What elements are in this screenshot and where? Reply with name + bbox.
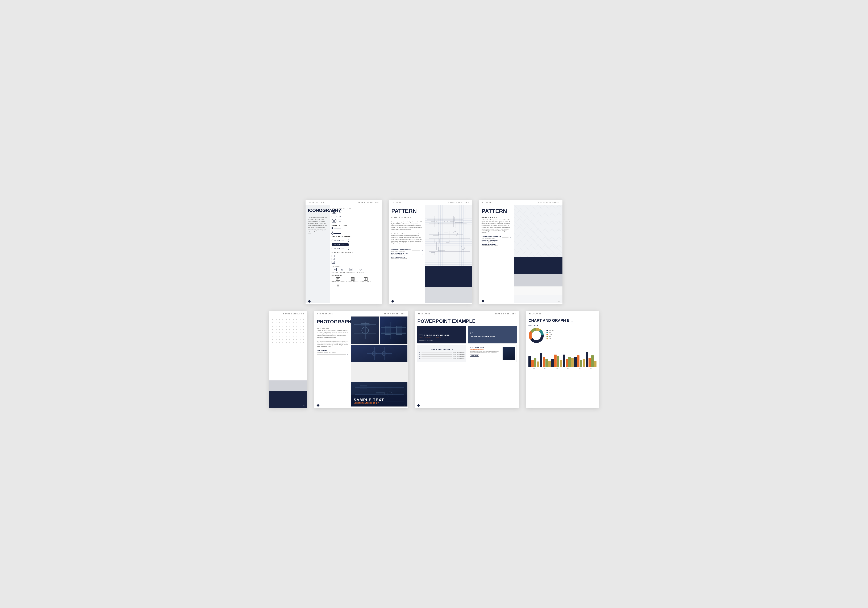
dot-57 bbox=[293, 336, 294, 336]
legend-text-5: Gold bbox=[549, 338, 551, 339]
legend-dot-4 bbox=[547, 336, 548, 337]
play-options-title: PLAY BUTTON OPTIONS bbox=[332, 252, 380, 253]
bullet-item-2 bbox=[332, 230, 380, 232]
dot-12 bbox=[276, 322, 277, 323]
color-swatch-1: OXFORD BLUE BACKGROUND White Stroke | 50… bbox=[391, 249, 423, 252]
slide-logo: C-P SYSTEMS bbox=[419, 340, 464, 341]
swatch-p2-arrow-3: → bbox=[510, 244, 512, 246]
dot-80 bbox=[303, 342, 304, 343]
pattern1-body: PATTERN SCHEMATIC DRAWING Our primary br… bbox=[389, 205, 472, 303]
pipe-svg-3 bbox=[351, 345, 408, 362]
bullet-options-title: BULLET OPTIONS bbox=[332, 224, 380, 226]
bar-1-3 bbox=[548, 361, 551, 367]
color-p2-3-sublabel: Platinum Stroke | 100% Opacity bbox=[482, 245, 498, 246]
iconography-header-left: ICONOGRAPHY bbox=[308, 202, 324, 204]
schematic-area bbox=[425, 205, 472, 266]
pharma-icon bbox=[364, 277, 367, 281]
dot-11 bbox=[272, 322, 273, 323]
play-btn-2: ⊲ bbox=[332, 258, 335, 260]
slide-grid-bottom: TABLE OF CONTENTS 01 SECTION TITLE HERE … bbox=[417, 345, 517, 362]
dot-59 bbox=[300, 336, 301, 336]
cta-btn-outline-label: BUTTON TEXT → bbox=[335, 240, 346, 241]
chart-title: CHART AND GRAPH E... bbox=[529, 319, 597, 323]
dot-62 bbox=[276, 339, 277, 340]
legend-dot-2 bbox=[547, 332, 548, 333]
schematic-svg bbox=[425, 205, 472, 266]
svg-rect-55 bbox=[514, 205, 563, 257]
schematic-body1: Our primary brand pattern is developed f… bbox=[391, 221, 423, 230]
page-num-pattern1: 11 bbox=[468, 301, 470, 302]
slide-grid-top: TITLE SLIDE HEADLINE HERE SUBHEADLINE CO… bbox=[417, 326, 517, 344]
legend-row-2: Teal bbox=[547, 332, 597, 333]
bar-2-1 bbox=[554, 355, 556, 367]
dot-46 bbox=[289, 332, 290, 333]
dot-37 bbox=[293, 329, 294, 330]
toc-line-3 bbox=[422, 356, 452, 357]
iso-grid-area bbox=[514, 205, 563, 257]
food-icon bbox=[351, 277, 355, 281]
learn-more-btn[interactable]: LEARN MORE bbox=[470, 355, 479, 357]
bottom-row: BRAND GUIDELINES 16 PHOTOGRAPHY BRAND GU… bbox=[269, 311, 599, 408]
svg-point-86 bbox=[532, 331, 541, 340]
svg-rect-22 bbox=[450, 217, 454, 221]
color-p2-1-label: OXFORD BLUE BACKGROUND bbox=[482, 236, 501, 238]
toc-item-4: SECTION TITLE HERE bbox=[453, 358, 465, 359]
dot-68 bbox=[296, 339, 297, 340]
dot-34 bbox=[282, 329, 283, 330]
legend-text-4: Olive bbox=[549, 336, 551, 337]
bar-label-0: JAN bbox=[529, 368, 539, 369]
swatch-p2-line-2 bbox=[499, 241, 508, 241]
slide-divider: 1.0. DIVIDER SLIDE TITLE HERE bbox=[468, 326, 517, 344]
svg-marker-12 bbox=[360, 269, 361, 271]
service-specialty: SPECIALTY bbox=[357, 268, 364, 273]
scan-icon-3 bbox=[332, 219, 336, 223]
num-box-01: 01 bbox=[338, 210, 342, 213]
svg-line-1 bbox=[333, 211, 335, 213]
slide-logo-box bbox=[419, 340, 423, 341]
svg-rect-21 bbox=[440, 215, 446, 218]
food-label: FOOD AND BEVERAGE bbox=[346, 281, 359, 282]
slide-title: TITLE SLIDE HEADLINE HERE SUBHEADLINE CO… bbox=[417, 326, 466, 344]
photo-bottom: SAMPLE TEXT LOREM IPSUM DOLOR SIT bbox=[351, 382, 408, 406]
bar-0-0 bbox=[529, 356, 531, 367]
service-scanning: SCANNING bbox=[332, 268, 338, 273]
pattern2-right bbox=[514, 205, 563, 303]
schematic-body2: In addition to the CAD files, we also ha… bbox=[391, 233, 423, 244]
legend-row-5: Gold bbox=[547, 338, 597, 339]
dot-19 bbox=[300, 322, 301, 323]
dot-51 bbox=[272, 336, 273, 336]
dot-36 bbox=[289, 329, 290, 330]
iconography-left-panel: ICONOGRAPHY Our iconography style is a n… bbox=[305, 205, 330, 303]
swatch-line-2 bbox=[409, 254, 420, 254]
scan-icon-2 bbox=[332, 215, 336, 218]
bar-5-3 bbox=[594, 361, 597, 367]
photography-header: PHOTOGRAPHY BRAND GUIDELINES bbox=[314, 311, 408, 316]
dot-66 bbox=[289, 339, 290, 340]
iconography-desc: Our iconography style is a nod to the ar… bbox=[308, 216, 327, 234]
services-title: SERVICES bbox=[332, 265, 380, 267]
svg-point-24 bbox=[445, 220, 447, 223]
bullet-item-3 bbox=[332, 233, 380, 234]
svg-rect-34 bbox=[444, 232, 448, 235]
dot-58 bbox=[296, 336, 297, 336]
dot-53 bbox=[279, 336, 280, 336]
hero-body2: When using the hero images as a backgrou… bbox=[317, 340, 348, 348]
legend-row-4: Olive bbox=[547, 336, 597, 337]
svg-point-3 bbox=[334, 216, 334, 217]
bullet-item-1 bbox=[332, 227, 380, 229]
dot-60 bbox=[303, 336, 304, 336]
toc-label: TABLE OF CONTENTS bbox=[419, 348, 465, 351]
color-swatch-p2-2: PLATINUM BACKGROUND Silver Stroke | 50% … bbox=[482, 240, 512, 243]
powerpoint-title: POWERPOINT EXAMPLE bbox=[417, 319, 517, 324]
pattern2-header: PATTERN BRAND GUIDELINES bbox=[479, 200, 563, 205]
slide-text-img: TEXT + IMAGE SLIDE LOREM IPSUM DOLOR SIT… bbox=[468, 345, 517, 362]
dot-grid bbox=[269, 316, 307, 346]
pattern1-header-left: PATTERN bbox=[392, 202, 401, 204]
svg-rect-50 bbox=[431, 252, 435, 255]
dot-18 bbox=[296, 322, 297, 323]
dot-20 bbox=[303, 322, 304, 323]
cta-btn-filled: BUTTON TEXT → bbox=[332, 243, 349, 246]
donut-area: STEEL BLUE bbox=[529, 325, 597, 344]
bullet-line-2 bbox=[334, 231, 341, 231]
lorem-text: LOREM IPSUM DOLOR SIT bbox=[353, 402, 405, 404]
